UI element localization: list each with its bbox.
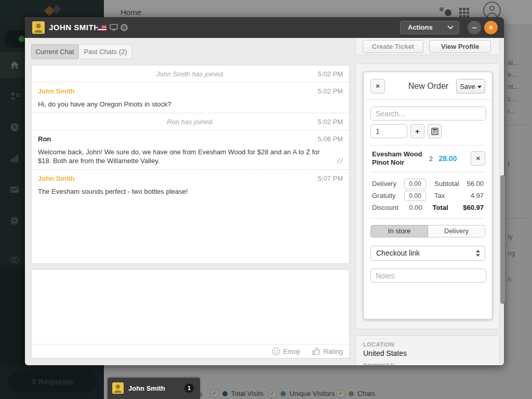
system-message-row: Ron has joined. 5:02 PM — [32, 113, 349, 130]
order-totals: Delivery Subtotal 56.00 Gratuity Tax 4.9… — [370, 172, 485, 219]
emoji-button[interactable]: Emoji — [283, 348, 300, 355]
thumbs-up-icon[interactable] — [312, 348, 320, 355]
create-ticket-button[interactable]: Create Ticket — [363, 40, 423, 53]
person-icon — [112, 382, 124, 394]
system-message: John Smith has joined. — [38, 70, 343, 78]
message-composer: Emoji Rating — [31, 269, 350, 358]
actions-button[interactable]: Actions — [400, 21, 459, 34]
add-item-button[interactable]: + — [410, 124, 424, 138]
timestamp: 5:07 PM — [318, 175, 343, 182]
sender-name: Ron — [38, 135, 343, 143]
message-text: The Evesham sounds perfect - two bottles… — [38, 187, 343, 196]
remove-item-button[interactable]: × — [471, 151, 485, 166]
delivery-fee-input[interactable] — [404, 179, 426, 189]
fulfillment-tabs: In store Delivery — [370, 225, 485, 237]
new-order-panel: × New Order Save + Evesham Wood Pinot No… — [363, 72, 493, 320]
system-message-row: John Smith has joined. 5:02 PM — [32, 65, 349, 83]
close-button[interactable]: × — [484, 21, 498, 34]
caret-down-icon — [477, 86, 482, 88]
save-button[interactable]: Save — [456, 79, 485, 94]
tab-in-store[interactable]: In store — [370, 225, 428, 237]
item-name: Evesham Wood Pinot Noir — [372, 150, 423, 167]
visitor-message-row: John Smith 5:02 PM Hi, do you have any O… — [32, 83, 349, 113]
delivery-label: Delivery — [372, 180, 404, 188]
modal-title: JOHN SMITH — [49, 17, 100, 38]
timestamp: 5:02 PM — [318, 87, 343, 95]
tab-past-chats[interactable]: Past Chats (2) — [78, 44, 132, 59]
visitor-message-row: John Smith 5:07 PM The Evesham sounds pe… — [32, 170, 349, 200]
minimize-button[interactable]: – — [468, 21, 481, 34]
total-value: $60.97 — [463, 204, 484, 211]
subtotal-label: Subtotal — [434, 180, 467, 188]
tax-value: 4.97 — [467, 192, 484, 200]
seen-icon — [337, 158, 344, 164]
browser-icon — [121, 24, 128, 31]
save-label: Save — [460, 83, 475, 90]
select-arrows-icon — [476, 250, 480, 257]
emoji-icon[interactable] — [272, 348, 280, 355]
order-line-item: Evesham Wood Pinot Noir 2 28.00 × — [370, 145, 485, 172]
modal-scrollbar[interactable] — [500, 175, 505, 304]
checkout-select[interactable]: Checkout link — [370, 246, 485, 261]
chevron-down-icon — [447, 25, 454, 30]
location-value: United States — [363, 349, 499, 357]
calculator-icon — [431, 128, 438, 135]
discount-value: 0.00 — [403, 204, 424, 211]
timestamp: 5:06 PM — [318, 135, 343, 143]
item-quantity: 2 — [423, 155, 439, 163]
person-icon — [32, 21, 45, 34]
gratuity-label: Gratuity — [372, 192, 404, 200]
unread-badge: 1 — [184, 383, 194, 393]
visitor-avatar — [32, 21, 45, 34]
message-text: Hi, do you have any Oregon Pinots in sto… — [38, 100, 343, 109]
subtotal-value: 56.00 — [467, 180, 484, 188]
agent-message-row: Ron 5:06 PM Welcome back, John! We sure … — [32, 130, 349, 170]
chat-tab-name: John Smith — [128, 378, 165, 399]
visitor-info-card: LOCATION United States BROWSER — [355, 335, 500, 365]
checkout-selected-option: Checkout link — [376, 249, 420, 257]
rating-button[interactable]: Rating — [323, 348, 343, 355]
browser-label: BROWSER — [363, 363, 499, 365]
calculator-button[interactable] — [428, 124, 442, 138]
modal-header: JOHN SMITH Actions – × — [25, 17, 504, 38]
sender-name: John Smith — [38, 87, 343, 95]
gratuity-input[interactable] — [404, 191, 426, 201]
total-label: Total — [433, 204, 463, 211]
sender-name: John Smith — [38, 175, 343, 182]
chat-modal: JOHN SMITH Actions – × Current Chat Past… — [25, 17, 504, 365]
discount-label: Discount — [372, 204, 403, 211]
quantity-input[interactable] — [370, 124, 407, 138]
timestamp: 5:02 PM — [318, 70, 343, 78]
composer-footer: Emoji Rating — [32, 344, 349, 358]
location-label: LOCATION — [363, 341, 499, 348]
notes-input[interactable] — [370, 269, 486, 283]
open-chat-tab[interactable]: John Smith 1 — [108, 378, 200, 399]
order-header: × New Order Save — [364, 72, 492, 100]
timestamp: 5:02 PM — [318, 118, 343, 126]
actions-label: Actions — [408, 23, 433, 31]
system-message: Ron has joined. — [38, 118, 343, 126]
message-input[interactable] — [32, 270, 349, 344]
product-search-input[interactable] — [370, 107, 486, 121]
tab-delivery[interactable]: Delivery — [428, 225, 485, 237]
chat-transcript: John Smith has joined. 5:02 PM John Smit… — [31, 65, 350, 264]
tab-current-chat[interactable]: Current Chat — [31, 44, 78, 59]
visitor-avatar — [112, 382, 124, 394]
desktop-icon — [110, 24, 118, 31]
view-profile-button[interactable]: View Profile — [429, 40, 491, 53]
message-text: Welcome back, John! We sure do, we have … — [38, 148, 343, 165]
us-flag-icon — [98, 25, 107, 31]
profile-actions-card: Create Ticket View Profile — [355, 38, 500, 55]
item-price: 28.00 — [438, 154, 467, 163]
tax-label: Tax — [434, 192, 467, 200]
